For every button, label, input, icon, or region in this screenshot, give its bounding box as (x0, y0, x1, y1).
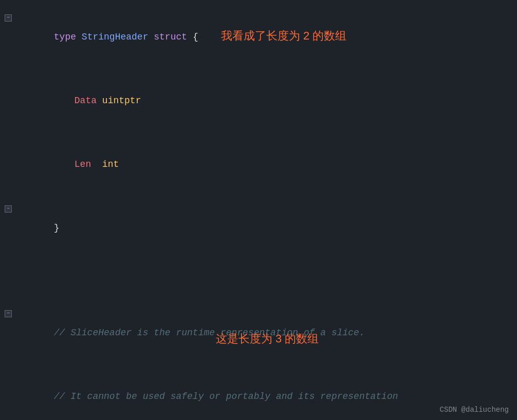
field-type-int-1: int (102, 159, 119, 169)
comment-text-2: // It cannot be used safely or portably … (54, 391, 398, 402)
field-len-1: Len (75, 159, 102, 169)
code-editor: − type StringHeader struct { Data uintpt… (0, 0, 517, 420)
fold-icon-4[interactable]: − (5, 205, 12, 213)
fold-gutter-4[interactable]: − (0, 204, 16, 213)
fold-gutter-c1[interactable]: − (0, 309, 16, 317)
gutter-3 (0, 145, 16, 146)
annotation-array-2: 我看成了长度为 2 的数组 (221, 28, 346, 44)
fold-icon-1[interactable]: − (5, 14, 12, 22)
fold-icon-c1[interactable]: − (5, 310, 12, 317)
field-type-uintptr-1: uintptr (102, 96, 141, 106)
watermark: CSDN @daliucheng (440, 406, 509, 414)
brace-close-1: } (54, 223, 60, 233)
keyword-type: type (54, 32, 82, 42)
line-content-2: Data uintptr (16, 70, 517, 131)
empty-line-1 (0, 260, 517, 280)
gutter-c2 (0, 377, 16, 378)
struct-name-string: StringHeader (82, 32, 154, 42)
annotation-array-3: 这是长度为 3 的数组 (216, 331, 319, 347)
brace-open: { (193, 32, 198, 42)
code-line-3: Len int (0, 132, 517, 196)
code-line-4: − } (0, 196, 517, 260)
code-line-2: Data uintptr (0, 69, 517, 132)
empty-line-2 (0, 280, 517, 301)
line-content-3: Len int (16, 133, 517, 195)
gutter-2 (0, 82, 16, 83)
field-data-1: Data (75, 96, 102, 106)
fold-gutter-1[interactable]: − (0, 13, 16, 22)
keyword-struct: struct (154, 32, 193, 42)
line-content-4: } (16, 197, 517, 259)
